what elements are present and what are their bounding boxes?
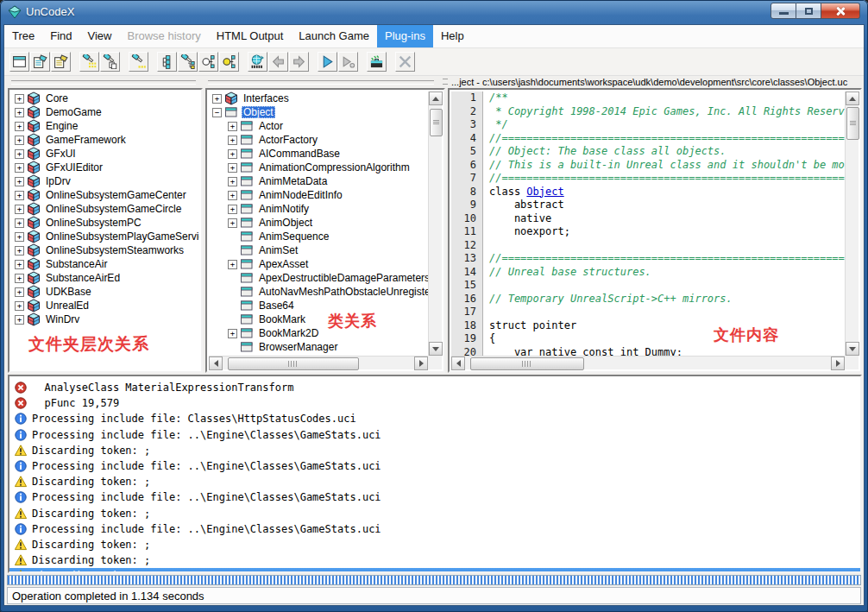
code-area[interactable]: /** * Copyright 1998-2014 Epic Games, In… [483,91,845,356]
log-entry-info[interactable]: Processing include file: ..\Engine\Class… [12,521,860,537]
vscroll-thumb[interactable] [430,109,443,136]
package-tree-item-demogame[interactable]: +DemoGame [11,105,199,119]
class-tree-item-animsequence[interactable]: AnimSequence [209,230,428,243]
class-tree-item-autonavmeshpathobstacleunregister[interactable]: AutoNavMeshPathObstacleUnregister [209,285,428,299]
expand-plus-icon[interactable]: + [15,274,24,283]
expand-plus-icon[interactable]: + [15,246,24,256]
class-tree-item-apexasset[interactable]: +ApexAsset [209,257,428,271]
package-tree-item-substanceair[interactable]: +SubstanceAir [11,257,199,271]
tools-button[interactable] [367,52,387,72]
class-tree-item-bookmark2d[interactable]: +BookMark2D [209,326,428,340]
package-tree-item-ipdrv[interactable]: +IpDrv [11,174,199,188]
class-tree-item-animset[interactable]: AnimSet [209,243,428,257]
menu-find[interactable]: Find [42,25,79,47]
expand-plus-icon[interactable]: + [228,260,237,269]
class-tree-item-animobject[interactable]: +AnimObject [209,216,428,230]
source-hscrollbar[interactable] [451,356,845,369]
log-entry-warning[interactable]: Discarding token: ; [9,568,860,573]
log-entry-info[interactable]: Processing include file: ..\Engine\Class… [12,427,860,443]
expand-plus-icon[interactable]: + [15,315,24,325]
class-tree-item-object[interactable]: −Object [209,105,428,119]
scroll-right-button[interactable] [414,356,428,370]
expand-plus-icon[interactable]: + [228,177,237,186]
expand-plus-icon[interactable]: + [15,260,24,269]
expand-plus-icon[interactable]: + [15,287,24,297]
expand-plus-icon[interactable]: + [15,205,24,214]
edit-tags-alt-button[interactable] [51,52,71,72]
menu-launch-game[interactable]: Launch Game [291,25,377,47]
scroll-down-button[interactable] [846,342,859,356]
scroll-up-button[interactable] [846,91,859,105]
package-tree-item-core[interactable]: +Core [11,91,199,105]
edit-tags-button[interactable] [30,52,50,72]
menu-view[interactable]: View [80,25,120,47]
expand-plus-icon[interactable]: + [15,136,24,145]
find-node-prev-button[interactable] [198,52,218,72]
scroll-down-button[interactable] [429,342,443,356]
expand-plus-icon[interactable]: + [228,122,237,131]
class-hierarchy-button[interactable] [157,52,177,72]
rescan-sources-button[interactable] [248,52,267,72]
log-entry-error[interactable]: pFunc 19,579 [12,395,860,411]
expand-plus-icon[interactable]: + [15,149,24,159]
scroll-left-button[interactable] [451,356,465,370]
class-tree-vscrollbar[interactable] [428,91,442,356]
log-entry-warning[interactable]: Discarding token: ; [12,443,860,458]
title-bar[interactable]: UnCodeX [0,0,868,24]
hscroll-thumb[interactable] [470,357,584,370]
search-files-button[interactable] [100,52,120,72]
log-entry-info[interactable]: Processing include file: Classes\HttpSta… [12,411,860,426]
package-tree-item-gameframework[interactable]: +GameFramework [11,133,199,147]
package-tree-item-gfxuieditor[interactable]: +GFxUIEditor [11,161,199,174]
expand-plus-icon[interactable]: + [15,191,24,200]
menu-plug-ins[interactable]: Plug-ins [377,25,433,47]
class-tree-item-base64[interactable]: Base64 [209,299,428,312]
class-tree-item-animationcompressionalgorithm[interactable]: +AnimationCompressionAlgorithm [209,161,428,174]
expand-plus-icon[interactable]: + [15,108,24,117]
expand-plus-icon[interactable]: + [228,191,237,200]
class-tree-item-actor[interactable]: +Actor [209,119,428,133]
package-tree-item-substanceaired[interactable]: +SubstanceAirEd [11,271,199,285]
class-tree-item-browsermanager[interactable]: BrowserManager [209,340,428,354]
log-entry-info[interactable]: Processing include file: ..\Engine\Class… [12,458,860,474]
class-tree-item-aicommandbase[interactable]: +AICommandBase [209,147,428,161]
expand-plus-icon[interactable]: + [15,163,24,173]
package-tree-item-onlinesubsystempc[interactable]: +OnlineSubsystemPC [11,216,199,230]
log-entry-warning[interactable]: Discarding token: ; [12,474,860,489]
package-tree-item-gfxui[interactable]: +GFxUI [11,147,199,161]
log-entry-warning[interactable]: Discarding token: ; [12,506,860,521]
launch-game-button[interactable] [318,52,337,72]
expand-plus-icon[interactable]: + [228,218,237,228]
expand-plus-icon[interactable]: + [15,301,24,311]
find-node-next-button[interactable] [219,52,239,72]
class-tree-item-apexdestructibledamageparameters[interactable]: ApexDestructibleDamageParameters [209,271,428,285]
expand-plus-icon[interactable]: + [228,149,237,159]
collapse-minus-icon[interactable]: − [212,108,222,117]
class-tree-item-bookmark[interactable]: BookMark [209,312,428,326]
rebar-grip[interactable] [208,80,434,85]
close-button[interactable] [821,3,860,19]
expand-plus-icon[interactable]: + [228,329,237,338]
package-tree-item-onlinesubsystemgamecircle[interactable]: +OnlineSubsystemGameCircle [11,202,199,216]
vscroll-thumb[interactable] [846,107,859,140]
package-tree-item-udkbase[interactable]: +UDKBase [11,285,199,299]
class-tree-item-actorfactory[interactable]: +ActorFactory [209,133,428,147]
class-tree-item-animnodeeditinfo[interactable]: +AnimNodeEditInfo [209,188,428,202]
package-tree-item-onlinesubsystemsteamworks[interactable]: +OnlineSubsystemSteamworks [11,243,199,257]
scroll-up-button[interactable] [429,91,443,105]
package-tree-item-engine[interactable]: +Engine [11,119,199,133]
expand-plus-icon[interactable]: + [15,94,24,104]
log-entry-info[interactable]: Processing include file: ..\Engine\Class… [12,489,860,505]
expand-plus-icon[interactable]: + [15,218,24,228]
expand-plus-icon[interactable]: + [228,136,237,145]
log-entry-error[interactable]: AnalyseClass MaterialExpressionTransform [12,380,860,395]
package-tree-item-onlinesubsystemgamecenter[interactable]: +OnlineSubsystemGameCenter [11,188,199,202]
package-tree-item-windrv[interactable]: +WinDrv [11,312,199,326]
class-tree-item-interfaces[interactable]: +Interfaces [209,91,428,105]
expand-plus-icon[interactable]: + [15,177,24,186]
source-vscrollbar[interactable] [845,91,859,356]
maximize-button[interactable] [796,3,821,19]
rebar-grip-small[interactable] [443,79,448,85]
search-button[interactable] [79,52,99,72]
hscroll-thumb[interactable] [228,357,359,370]
